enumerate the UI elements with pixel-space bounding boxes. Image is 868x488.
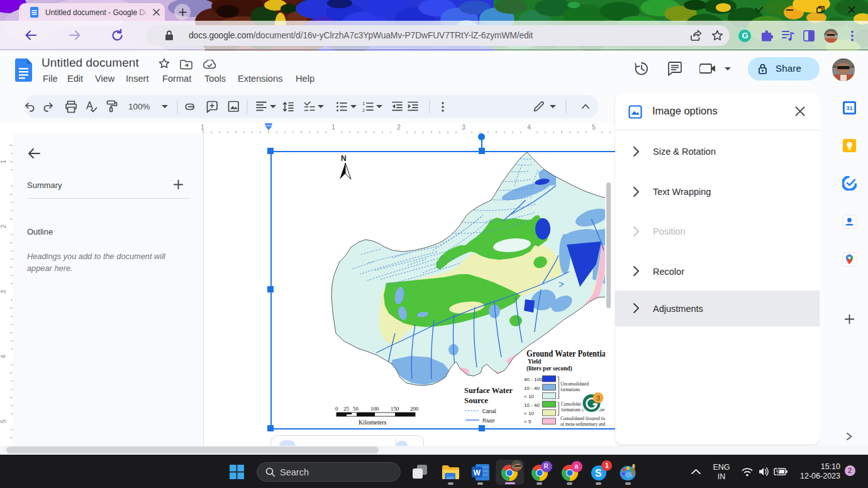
svg-text:2: 2 — [397, 124, 401, 131]
svg-text:Canal: Canal — [482, 408, 496, 414]
svg-text:50: 50 — [353, 406, 359, 412]
svg-text:40 - 100: 40 - 100 — [524, 377, 543, 382]
svg-text:formations: formations — [560, 387, 580, 392]
svg-text:(liters per second): (liters per second) — [526, 365, 572, 372]
svg-text:5: 5 — [592, 124, 596, 131]
svg-text:Source: Source — [464, 396, 488, 405]
svg-text:3: 3 — [596, 394, 600, 402]
svg-text:N: N — [341, 154, 347, 163]
svg-text:Consolidated fissured forma: Consolidated fissured forma — [560, 416, 605, 421]
svg-text:River: River — [482, 418, 495, 424]
svg-text:25: 25 — [343, 406, 349, 412]
svg-text:31: 31 — [846, 104, 853, 111]
svg-text:3: 3 — [462, 124, 465, 131]
svg-text:Surface Water: Surface Water — [464, 385, 513, 395]
svg-text:5: 5 — [0, 419, 7, 423]
svg-text:1: 1 — [201, 124, 204, 131]
svg-text:0: 0 — [335, 406, 338, 412]
svg-text:< 10: < 10 — [524, 394, 534, 399]
svg-text:2: 2 — [362, 108, 365, 113]
svg-text:< 5: < 5 — [524, 419, 531, 424]
svg-text:200: 200 — [410, 406, 419, 412]
svg-text:10 - 40: 10 - 40 — [524, 385, 540, 391]
svg-text:W: W — [474, 469, 481, 477]
svg-text:Ground Water Potentia: Ground Water Potentia — [526, 348, 605, 358]
svg-text:S: S — [595, 468, 602, 479]
svg-text:Yield: Yield — [528, 358, 542, 365]
svg-text:100: 100 — [370, 406, 379, 412]
svg-text:10 - 40: 10 - 40 — [524, 402, 540, 408]
svg-text:150: 150 — [391, 406, 399, 412]
svg-text:Kilometers: Kilometers — [359, 419, 387, 426]
svg-text:4: 4 — [527, 124, 531, 131]
svg-text:Unconsolidated: Unconsolidated — [560, 382, 589, 387]
svg-text:3: 3 — [0, 290, 7, 294]
svg-text:< 10: < 10 — [524, 411, 534, 416]
svg-text:1: 1 — [331, 124, 335, 131]
svg-text:of meta-sedimentary and m: of meta-sedimentary and m — [560, 422, 605, 427]
svg-text:4: 4 — [0, 355, 7, 358]
svg-text:2: 2 — [0, 225, 7, 228]
svg-text:1: 1 — [362, 101, 365, 106]
svg-text:1: 1 — [0, 160, 7, 164]
